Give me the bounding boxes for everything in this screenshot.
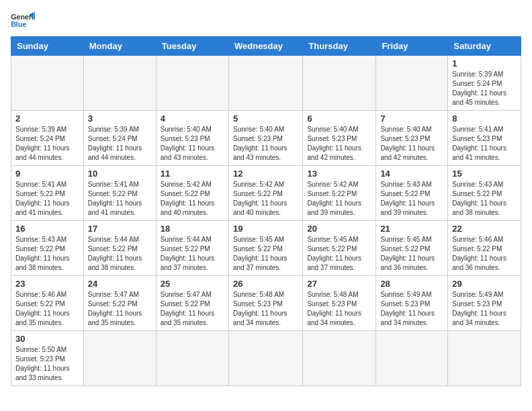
day-info: Sunrise: 5:43 AM Sunset: 5:22 PM Dayligh… bbox=[380, 180, 443, 218]
day-info: Sunrise: 5:43 AM Sunset: 5:22 PM Dayligh… bbox=[452, 180, 517, 218]
calendar-cell: 25Sunrise: 5:47 AM Sunset: 5:22 PM Dayli… bbox=[156, 276, 228, 331]
calendar-body: 1Sunrise: 5:39 AM Sunset: 5:24 PM Daylig… bbox=[11, 56, 521, 386]
day-number: 5 bbox=[233, 113, 298, 124]
day-info: Sunrise: 5:46 AM Sunset: 5:22 PM Dayligh… bbox=[15, 290, 79, 328]
calendar-cell: 8Sunrise: 5:41 AM Sunset: 5:23 PM Daylig… bbox=[448, 111, 521, 166]
day-info: Sunrise: 5:46 AM Sunset: 5:22 PM Dayligh… bbox=[452, 235, 517, 273]
calendar-cell bbox=[228, 56, 302, 111]
weekday-header-friday: Friday bbox=[376, 37, 448, 56]
day-number: 8 bbox=[452, 113, 517, 124]
day-info: Sunrise: 5:40 AM Sunset: 5:23 PM Dayligh… bbox=[161, 125, 224, 163]
day-info: Sunrise: 5:43 AM Sunset: 5:22 PM Dayligh… bbox=[15, 235, 79, 273]
calendar-cell bbox=[156, 331, 228, 386]
calendar-cell: 15Sunrise: 5:43 AM Sunset: 5:22 PM Dayli… bbox=[448, 166, 521, 221]
week-row-4: 23Sunrise: 5:46 AM Sunset: 5:22 PM Dayli… bbox=[11, 276, 521, 331]
calendar-cell: 2Sunrise: 5:39 AM Sunset: 5:24 PM Daylig… bbox=[11, 111, 84, 166]
weekday-header-thursday: Thursday bbox=[303, 37, 376, 56]
calendar-cell: 19Sunrise: 5:45 AM Sunset: 5:22 PM Dayli… bbox=[228, 221, 302, 276]
day-info: Sunrise: 5:42 AM Sunset: 5:22 PM Dayligh… bbox=[233, 180, 298, 218]
calendar-cell: 14Sunrise: 5:43 AM Sunset: 5:22 PM Dayli… bbox=[376, 166, 448, 221]
day-number: 20 bbox=[307, 224, 371, 234]
calendar-cell: 29Sunrise: 5:49 AM Sunset: 5:23 PM Dayli… bbox=[448, 276, 521, 331]
day-info: Sunrise: 5:40 AM Sunset: 5:23 PM Dayligh… bbox=[307, 125, 371, 163]
day-info: Sunrise: 5:41 AM Sunset: 5:22 PM Dayligh… bbox=[88, 180, 152, 218]
weekday-header-tuesday: Tuesday bbox=[156, 37, 228, 56]
day-info: Sunrise: 5:47 AM Sunset: 5:22 PM Dayligh… bbox=[161, 290, 224, 328]
day-number: 30 bbox=[15, 334, 79, 344]
day-number: 9 bbox=[15, 169, 79, 179]
calendar-cell: 12Sunrise: 5:42 AM Sunset: 5:22 PM Dayli… bbox=[228, 166, 302, 221]
calendar-cell: 9Sunrise: 5:41 AM Sunset: 5:22 PM Daylig… bbox=[11, 166, 84, 221]
day-number: 17 bbox=[88, 224, 152, 234]
calendar-cell: 20Sunrise: 5:45 AM Sunset: 5:22 PM Dayli… bbox=[303, 221, 376, 276]
day-info: Sunrise: 5:44 AM Sunset: 5:22 PM Dayligh… bbox=[161, 235, 224, 273]
calendar-cell: 3Sunrise: 5:39 AM Sunset: 5:24 PM Daylig… bbox=[83, 111, 156, 166]
calendar-cell bbox=[376, 331, 448, 386]
calendar-cell: 22Sunrise: 5:46 AM Sunset: 5:22 PM Dayli… bbox=[448, 221, 521, 276]
calendar-cell: 23Sunrise: 5:46 AM Sunset: 5:22 PM Dayli… bbox=[11, 276, 84, 331]
day-info: Sunrise: 5:48 AM Sunset: 5:23 PM Dayligh… bbox=[307, 290, 371, 328]
calendar-cell: 24Sunrise: 5:47 AM Sunset: 5:22 PM Dayli… bbox=[83, 276, 156, 331]
calendar-cell: 17Sunrise: 5:44 AM Sunset: 5:22 PM Dayli… bbox=[83, 221, 156, 276]
calendar-cell: 21Sunrise: 5:45 AM Sunset: 5:22 PM Dayli… bbox=[376, 221, 448, 276]
week-row-5: 30Sunrise: 5:50 AM Sunset: 5:23 PM Dayli… bbox=[11, 331, 521, 386]
day-number: 24 bbox=[88, 279, 152, 289]
day-info: Sunrise: 5:40 AM Sunset: 5:23 PM Dayligh… bbox=[380, 125, 443, 163]
calendar-cell bbox=[156, 56, 228, 111]
calendar-cell: 10Sunrise: 5:41 AM Sunset: 5:22 PM Dayli… bbox=[83, 166, 156, 221]
day-number: 3 bbox=[88, 113, 152, 124]
calendar-cell bbox=[376, 56, 448, 111]
calendar-cell: 13Sunrise: 5:42 AM Sunset: 5:22 PM Dayli… bbox=[303, 166, 376, 221]
week-row-2: 9Sunrise: 5:41 AM Sunset: 5:22 PM Daylig… bbox=[11, 166, 521, 221]
day-info: Sunrise: 5:45 AM Sunset: 5:22 PM Dayligh… bbox=[307, 235, 371, 273]
day-number: 29 bbox=[452, 279, 517, 289]
day-info: Sunrise: 5:39 AM Sunset: 5:24 PM Dayligh… bbox=[452, 70, 517, 107]
day-info: Sunrise: 5:44 AM Sunset: 5:22 PM Dayligh… bbox=[88, 235, 152, 273]
page-header: General Blue bbox=[11, 11, 521, 31]
calendar-cell: 16Sunrise: 5:43 AM Sunset: 5:22 PM Dayli… bbox=[11, 221, 84, 276]
day-number: 16 bbox=[15, 224, 79, 234]
day-number: 23 bbox=[15, 279, 79, 289]
day-number: 18 bbox=[161, 224, 224, 234]
day-info: Sunrise: 5:42 AM Sunset: 5:22 PM Dayligh… bbox=[161, 180, 224, 218]
weekday-header-sunday: Sunday bbox=[11, 37, 84, 56]
day-info: Sunrise: 5:45 AM Sunset: 5:22 PM Dayligh… bbox=[380, 235, 443, 273]
day-info: Sunrise: 5:50 AM Sunset: 5:23 PM Dayligh… bbox=[15, 345, 79, 383]
day-info: Sunrise: 5:42 AM Sunset: 5:22 PM Dayligh… bbox=[307, 180, 371, 218]
calendar-cell: 18Sunrise: 5:44 AM Sunset: 5:22 PM Dayli… bbox=[156, 221, 228, 276]
calendar-cell: 6Sunrise: 5:40 AM Sunset: 5:23 PM Daylig… bbox=[303, 111, 376, 166]
calendar-cell bbox=[83, 56, 156, 111]
day-number: 11 bbox=[161, 169, 224, 179]
calendar-cell bbox=[303, 56, 376, 111]
day-number: 13 bbox=[307, 169, 371, 179]
day-info: Sunrise: 5:41 AM Sunset: 5:22 PM Dayligh… bbox=[15, 180, 79, 218]
day-number: 10 bbox=[88, 169, 152, 179]
calendar-table: SundayMondayTuesdayWednesdayThursdayFrid… bbox=[11, 36, 521, 386]
weekday-header-monday: Monday bbox=[83, 37, 156, 56]
svg-text:Blue: Blue bbox=[11, 20, 26, 28]
day-number: 1 bbox=[452, 58, 517, 68]
week-row-1: 2Sunrise: 5:39 AM Sunset: 5:24 PM Daylig… bbox=[11, 111, 521, 166]
day-info: Sunrise: 5:47 AM Sunset: 5:22 PM Dayligh… bbox=[88, 290, 152, 328]
day-number: 14 bbox=[380, 169, 443, 179]
day-info: Sunrise: 5:48 AM Sunset: 5:23 PM Dayligh… bbox=[233, 290, 298, 328]
day-info: Sunrise: 5:39 AM Sunset: 5:24 PM Dayligh… bbox=[15, 125, 79, 163]
day-number: 26 bbox=[233, 279, 298, 289]
day-number: 25 bbox=[161, 279, 224, 289]
day-number: 12 bbox=[233, 169, 298, 179]
calendar-cell bbox=[228, 331, 302, 386]
day-number: 19 bbox=[233, 224, 298, 234]
day-number: 6 bbox=[307, 113, 371, 124]
day-number: 28 bbox=[380, 279, 443, 289]
calendar-header-row: SundayMondayTuesdayWednesdayThursdayFrid… bbox=[11, 37, 521, 56]
day-number: 22 bbox=[452, 224, 517, 234]
day-info: Sunrise: 5:41 AM Sunset: 5:23 PM Dayligh… bbox=[452, 125, 517, 163]
day-number: 7 bbox=[380, 113, 443, 124]
calendar-cell: 28Sunrise: 5:49 AM Sunset: 5:23 PM Dayli… bbox=[376, 276, 448, 331]
day-number: 15 bbox=[452, 169, 517, 179]
logo: General Blue bbox=[11, 11, 38, 31]
day-info: Sunrise: 5:49 AM Sunset: 5:23 PM Dayligh… bbox=[380, 290, 443, 328]
calendar-cell: 1Sunrise: 5:39 AM Sunset: 5:24 PM Daylig… bbox=[448, 56, 521, 111]
day-info: Sunrise: 5:49 AM Sunset: 5:23 PM Dayligh… bbox=[452, 290, 517, 328]
calendar-cell: 27Sunrise: 5:48 AM Sunset: 5:23 PM Dayli… bbox=[303, 276, 376, 331]
